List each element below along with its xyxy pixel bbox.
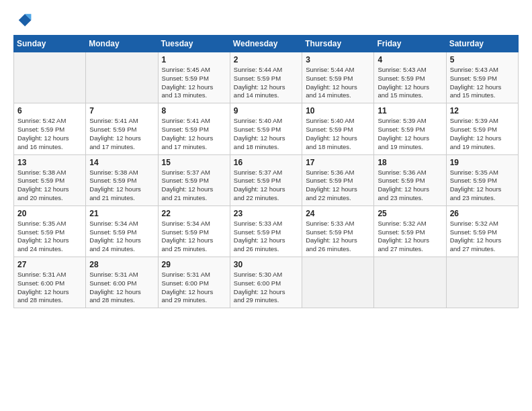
day-number: 24: [306, 209, 370, 218]
day-info: Sunrise: 5:39 AM Sunset: 5:59 PM Dayligh…: [450, 117, 515, 151]
day-number: 11: [378, 106, 442, 116]
calendar-cell: 25Sunrise: 5:32 AM Sunset: 5:59 PM Dayli…: [374, 205, 446, 257]
day-info: Sunrise: 5:32 AM Sunset: 5:59 PM Dayligh…: [450, 220, 515, 254]
calendar-body: 1Sunrise: 5:45 AM Sunset: 5:59 PM Daylig…: [14, 52, 519, 308]
calendar-cell: [86, 52, 158, 103]
weekday-header-thursday: Thursday: [302, 36, 374, 52]
day-number: 23: [234, 209, 298, 218]
day-number: 1: [162, 55, 226, 64]
calendar-cell: [446, 257, 518, 308]
day-info: Sunrise: 5:35 AM Sunset: 5:59 PM Dayligh…: [17, 220, 82, 254]
day-info: Sunrise: 5:41 AM Sunset: 5:59 PM Dayligh…: [89, 117, 154, 151]
calendar-cell: 17Sunrise: 5:36 AM Sunset: 5:59 PM Dayli…: [302, 154, 374, 205]
calendar-cell: 12Sunrise: 5:39 AM Sunset: 5:59 PM Dayli…: [446, 103, 518, 154]
weekday-header-friday: Friday: [374, 36, 446, 52]
week-row-0: 1Sunrise: 5:45 AM Sunset: 5:59 PM Daylig…: [14, 52, 519, 103]
calendar-cell: 11Sunrise: 5:39 AM Sunset: 5:59 PM Dayli…: [374, 103, 446, 154]
day-info: Sunrise: 5:34 AM Sunset: 5:59 PM Dayligh…: [162, 220, 226, 254]
day-info: Sunrise: 5:45 AM Sunset: 5:59 PM Dayligh…: [162, 66, 226, 100]
calendar-cell: 23Sunrise: 5:33 AM Sunset: 5:59 PM Dayli…: [230, 205, 302, 257]
day-number: 13: [17, 158, 82, 167]
calendar-cell: 7Sunrise: 5:41 AM Sunset: 5:59 PM Daylig…: [86, 103, 158, 154]
calendar-cell: 24Sunrise: 5:33 AM Sunset: 5:59 PM Dayli…: [302, 205, 374, 257]
day-number: 8: [162, 106, 226, 116]
day-number: 5: [450, 55, 515, 64]
logo: [13, 11, 35, 30]
calendar-cell: [374, 257, 446, 308]
calendar-cell: 27Sunrise: 5:31 AM Sunset: 6:00 PM Dayli…: [14, 257, 86, 308]
day-number: 28: [89, 260, 154, 269]
calendar-cell: 21Sunrise: 5:34 AM Sunset: 5:59 PM Dayli…: [86, 205, 158, 257]
day-info: Sunrise: 5:31 AM Sunset: 6:00 PM Dayligh…: [162, 271, 226, 305]
day-number: 9: [234, 106, 298, 116]
calendar-cell: [302, 257, 374, 308]
weekday-header-saturday: Saturday: [446, 36, 518, 52]
calendar-cell: 14Sunrise: 5:38 AM Sunset: 5:59 PM Dayli…: [86, 154, 158, 205]
day-number: 30: [234, 260, 298, 269]
day-info: Sunrise: 5:30 AM Sunset: 6:00 PM Dayligh…: [234, 271, 298, 305]
day-number: 3: [306, 55, 370, 64]
day-info: Sunrise: 5:39 AM Sunset: 5:59 PM Dayligh…: [378, 117, 442, 151]
calendar-header: SundayMondayTuesdayWednesdayThursdayFrid…: [14, 36, 519, 52]
calendar-table: SundayMondayTuesdayWednesdayThursdayFrid…: [13, 35, 519, 308]
day-info: Sunrise: 5:43 AM Sunset: 5:59 PM Dayligh…: [378, 66, 442, 100]
day-number: 18: [378, 158, 442, 167]
day-number: 29: [162, 260, 226, 269]
day-info: Sunrise: 5:43 AM Sunset: 5:59 PM Dayligh…: [450, 66, 515, 100]
day-number: 27: [17, 260, 82, 269]
week-row-3: 20Sunrise: 5:35 AM Sunset: 5:59 PM Dayli…: [14, 205, 519, 257]
day-number: 15: [162, 158, 226, 167]
calendar-cell: 29Sunrise: 5:31 AM Sunset: 6:00 PM Dayli…: [158, 257, 230, 308]
day-number: 17: [306, 158, 370, 167]
day-number: 19: [450, 158, 515, 167]
calendar-cell: 30Sunrise: 5:30 AM Sunset: 6:00 PM Dayli…: [230, 257, 302, 308]
day-number: 6: [17, 106, 82, 116]
day-info: Sunrise: 5:44 AM Sunset: 5:59 PM Dayligh…: [234, 66, 298, 100]
header: [13, 11, 519, 30]
weekday-header-tuesday: Tuesday: [158, 36, 230, 52]
calendar-cell: 26Sunrise: 5:32 AM Sunset: 5:59 PM Dayli…: [446, 205, 518, 257]
day-number: 7: [89, 106, 154, 116]
day-info: Sunrise: 5:40 AM Sunset: 5:59 PM Dayligh…: [234, 117, 298, 151]
calendar-cell: 8Sunrise: 5:41 AM Sunset: 5:59 PM Daylig…: [158, 103, 230, 154]
day-number: 4: [378, 55, 442, 64]
calendar-cell: 10Sunrise: 5:40 AM Sunset: 5:59 PM Dayli…: [302, 103, 374, 154]
day-info: Sunrise: 5:36 AM Sunset: 5:59 PM Dayligh…: [378, 169, 442, 203]
calendar-page: SundayMondayTuesdayWednesdayThursdayFrid…: [0, 0, 532, 411]
day-info: Sunrise: 5:38 AM Sunset: 5:59 PM Dayligh…: [89, 169, 154, 203]
day-info: Sunrise: 5:36 AM Sunset: 5:59 PM Dayligh…: [306, 169, 370, 203]
weekday-header-row: SundayMondayTuesdayWednesdayThursdayFrid…: [14, 36, 519, 52]
day-number: 22: [162, 209, 226, 218]
day-info: Sunrise: 5:33 AM Sunset: 5:59 PM Dayligh…: [306, 220, 370, 254]
calendar-cell: 20Sunrise: 5:35 AM Sunset: 5:59 PM Dayli…: [14, 205, 86, 257]
day-info: Sunrise: 5:41 AM Sunset: 5:59 PM Dayligh…: [162, 117, 226, 151]
logo-icon: [13, 11, 32, 30]
day-info: Sunrise: 5:37 AM Sunset: 5:59 PM Dayligh…: [234, 169, 298, 203]
calendar-cell: 3Sunrise: 5:44 AM Sunset: 5:59 PM Daylig…: [302, 52, 374, 103]
day-info: Sunrise: 5:31 AM Sunset: 6:00 PM Dayligh…: [17, 271, 82, 305]
calendar-cell: 19Sunrise: 5:35 AM Sunset: 5:59 PM Dayli…: [446, 154, 518, 205]
day-info: Sunrise: 5:31 AM Sunset: 6:00 PM Dayligh…: [89, 271, 154, 305]
weekday-header-wednesday: Wednesday: [230, 36, 302, 52]
weekday-header-monday: Monday: [86, 36, 158, 52]
day-info: Sunrise: 5:38 AM Sunset: 5:59 PM Dayligh…: [17, 169, 82, 203]
calendar-cell: [14, 52, 86, 103]
day-number: 16: [234, 158, 298, 167]
weekday-header-sunday: Sunday: [14, 36, 86, 52]
calendar-cell: 4Sunrise: 5:43 AM Sunset: 5:59 PM Daylig…: [374, 52, 446, 103]
day-number: 14: [89, 158, 154, 167]
day-info: Sunrise: 5:37 AM Sunset: 5:59 PM Dayligh…: [162, 169, 226, 203]
day-info: Sunrise: 5:32 AM Sunset: 5:59 PM Dayligh…: [378, 220, 442, 254]
week-row-1: 6Sunrise: 5:42 AM Sunset: 5:59 PM Daylig…: [14, 103, 519, 154]
day-info: Sunrise: 5:40 AM Sunset: 5:59 PM Dayligh…: [306, 117, 370, 151]
calendar-cell: 1Sunrise: 5:45 AM Sunset: 5:59 PM Daylig…: [158, 52, 230, 103]
calendar-cell: 5Sunrise: 5:43 AM Sunset: 5:59 PM Daylig…: [446, 52, 518, 103]
calendar-cell: 28Sunrise: 5:31 AM Sunset: 6:00 PM Dayli…: [86, 257, 158, 308]
day-number: 2: [234, 55, 298, 64]
day-info: Sunrise: 5:34 AM Sunset: 5:59 PM Dayligh…: [89, 220, 154, 254]
week-row-4: 27Sunrise: 5:31 AM Sunset: 6:00 PM Dayli…: [14, 257, 519, 308]
day-number: 26: [450, 209, 515, 218]
day-info: Sunrise: 5:42 AM Sunset: 5:59 PM Dayligh…: [17, 117, 82, 151]
calendar-cell: 16Sunrise: 5:37 AM Sunset: 5:59 PM Dayli…: [230, 154, 302, 205]
day-number: 12: [450, 106, 515, 116]
